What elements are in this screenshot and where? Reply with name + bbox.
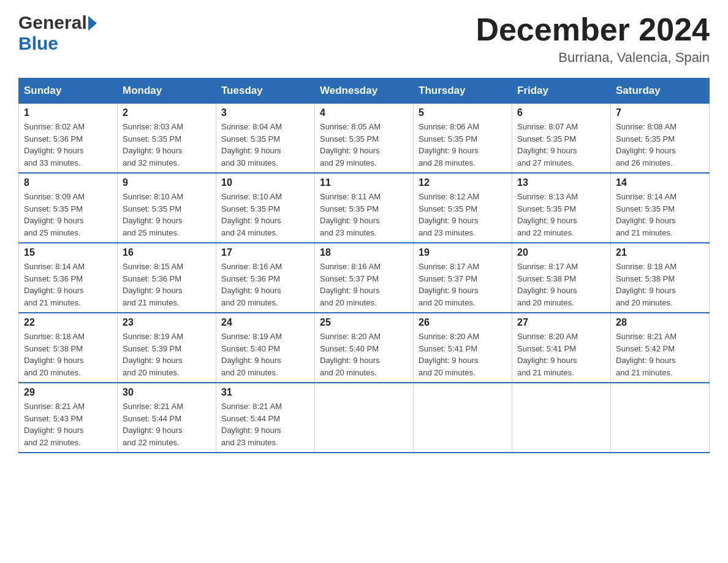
day-number: 5 bbox=[419, 107, 507, 118]
day-info: Sunrise: 8:14 AMSunset: 5:36 PMDaylight:… bbox=[24, 261, 112, 308]
calendar-day-cell: 5Sunrise: 8:06 AMSunset: 5:35 PMDaylight… bbox=[414, 104, 512, 174]
calendar-day-cell: 18Sunrise: 8:16 AMSunset: 5:37 PMDayligh… bbox=[315, 243, 414, 313]
day-number: 10 bbox=[221, 177, 309, 188]
day-info: Sunrise: 8:21 AMSunset: 5:43 PMDaylight:… bbox=[24, 400, 112, 448]
day-info: Sunrise: 8:10 AMSunset: 5:35 PMDaylight:… bbox=[123, 191, 211, 239]
calendar-day-cell: 25Sunrise: 8:20 AMSunset: 5:40 PMDayligh… bbox=[315, 313, 414, 383]
day-number: 15 bbox=[24, 247, 112, 258]
day-number: 27 bbox=[517, 317, 605, 328]
day-info: Sunrise: 8:20 AMSunset: 5:41 PMDaylight:… bbox=[517, 331, 605, 378]
calendar-day-cell: 7Sunrise: 8:08 AMSunset: 5:35 PMDaylight… bbox=[611, 104, 710, 174]
day-info: Sunrise: 8:11 AMSunset: 5:35 PMDaylight:… bbox=[320, 191, 408, 239]
calendar-body: 1Sunrise: 8:02 AMSunset: 5:36 PMDaylight… bbox=[19, 104, 710, 453]
day-info: Sunrise: 8:16 AMSunset: 5:36 PMDaylight:… bbox=[221, 261, 309, 308]
calendar-day-cell bbox=[315, 383, 414, 453]
day-info: Sunrise: 8:18 AMSunset: 5:38 PMDaylight:… bbox=[616, 261, 704, 308]
calendar-day-cell: 2Sunrise: 8:03 AMSunset: 5:35 PMDaylight… bbox=[118, 104, 216, 174]
col-friday: Friday bbox=[512, 79, 611, 104]
day-number: 7 bbox=[616, 107, 704, 118]
day-number: 14 bbox=[616, 177, 704, 188]
day-info: Sunrise: 8:03 AMSunset: 5:35 PMDaylight:… bbox=[123, 121, 211, 169]
day-info: Sunrise: 8:18 AMSunset: 5:38 PMDaylight:… bbox=[24, 331, 112, 378]
col-wednesday: Wednesday bbox=[315, 79, 414, 104]
day-number: 28 bbox=[616, 317, 704, 328]
day-info: Sunrise: 8:13 AMSunset: 5:35 PMDaylight:… bbox=[517, 191, 605, 239]
calendar-week-row: 8Sunrise: 8:09 AMSunset: 5:35 PMDaylight… bbox=[19, 173, 710, 243]
day-number: 8 bbox=[24, 177, 112, 188]
day-info: Sunrise: 8:21 AMSunset: 5:42 PMDaylight:… bbox=[616, 331, 704, 378]
calendar-day-cell: 31Sunrise: 8:21 AMSunset: 5:44 PMDayligh… bbox=[216, 383, 315, 453]
day-number: 25 bbox=[320, 317, 408, 328]
page-header: General Blue December 2024 Burriana, Val… bbox=[18, 12, 710, 66]
day-number: 17 bbox=[221, 247, 309, 258]
day-info: Sunrise: 8:14 AMSunset: 5:35 PMDaylight:… bbox=[616, 191, 704, 239]
day-info: Sunrise: 8:09 AMSunset: 5:35 PMDaylight:… bbox=[24, 191, 112, 239]
calendar-day-cell: 12Sunrise: 8:12 AMSunset: 5:35 PMDayligh… bbox=[414, 173, 512, 243]
calendar-day-cell: 20Sunrise: 8:17 AMSunset: 5:38 PMDayligh… bbox=[512, 243, 611, 313]
day-number: 12 bbox=[419, 177, 507, 188]
col-sunday: Sunday bbox=[19, 79, 118, 104]
calendar-day-cell: 16Sunrise: 8:15 AMSunset: 5:36 PMDayligh… bbox=[118, 243, 216, 313]
day-info: Sunrise: 8:08 AMSunset: 5:35 PMDaylight:… bbox=[616, 121, 704, 169]
day-number: 23 bbox=[123, 317, 211, 328]
header-row: Sunday Monday Tuesday Wednesday Thursday… bbox=[19, 79, 710, 104]
title-section: December 2024 Burriana, Valencia, Spain bbox=[476, 12, 710, 66]
day-info: Sunrise: 8:05 AMSunset: 5:35 PMDaylight:… bbox=[320, 121, 408, 169]
calendar-day-cell: 15Sunrise: 8:14 AMSunset: 5:36 PMDayligh… bbox=[19, 243, 118, 313]
day-number: 22 bbox=[24, 317, 112, 328]
calendar-day-cell: 19Sunrise: 8:17 AMSunset: 5:37 PMDayligh… bbox=[414, 243, 512, 313]
day-info: Sunrise: 8:17 AMSunset: 5:37 PMDaylight:… bbox=[419, 261, 507, 308]
calendar-day-cell: 26Sunrise: 8:20 AMSunset: 5:41 PMDayligh… bbox=[414, 313, 512, 383]
day-info: Sunrise: 8:04 AMSunset: 5:35 PMDaylight:… bbox=[221, 121, 309, 169]
day-info: Sunrise: 8:19 AMSunset: 5:40 PMDaylight:… bbox=[221, 331, 309, 378]
calendar-day-cell: 30Sunrise: 8:21 AMSunset: 5:44 PMDayligh… bbox=[118, 383, 216, 453]
day-info: Sunrise: 8:21 AMSunset: 5:44 PMDaylight:… bbox=[123, 400, 211, 448]
calendar-week-row: 29Sunrise: 8:21 AMSunset: 5:43 PMDayligh… bbox=[19, 383, 710, 453]
calendar-day-cell: 14Sunrise: 8:14 AMSunset: 5:35 PMDayligh… bbox=[611, 173, 710, 243]
day-number: 18 bbox=[320, 247, 408, 258]
calendar-day-cell: 22Sunrise: 8:18 AMSunset: 5:38 PMDayligh… bbox=[19, 313, 118, 383]
calendar-week-row: 22Sunrise: 8:18 AMSunset: 5:38 PMDayligh… bbox=[19, 313, 710, 383]
day-info: Sunrise: 8:20 AMSunset: 5:40 PMDaylight:… bbox=[320, 331, 408, 378]
calendar-header: Sunday Monday Tuesday Wednesday Thursday… bbox=[19, 79, 710, 104]
day-number: 26 bbox=[419, 317, 507, 328]
calendar-day-cell: 6Sunrise: 8:07 AMSunset: 5:35 PMDaylight… bbox=[512, 104, 611, 174]
day-number: 20 bbox=[517, 247, 605, 258]
day-info: Sunrise: 8:07 AMSunset: 5:35 PMDaylight:… bbox=[517, 121, 605, 169]
day-number: 30 bbox=[123, 387, 211, 398]
calendar-day-cell: 28Sunrise: 8:21 AMSunset: 5:42 PMDayligh… bbox=[611, 313, 710, 383]
calendar-day-cell: 17Sunrise: 8:16 AMSunset: 5:36 PMDayligh… bbox=[216, 243, 315, 313]
calendar-table: Sunday Monday Tuesday Wednesday Thursday… bbox=[18, 78, 710, 453]
day-info: Sunrise: 8:17 AMSunset: 5:38 PMDaylight:… bbox=[517, 261, 605, 308]
day-info: Sunrise: 8:06 AMSunset: 5:35 PMDaylight:… bbox=[419, 121, 507, 169]
calendar-day-cell: 8Sunrise: 8:09 AMSunset: 5:35 PMDaylight… bbox=[19, 173, 118, 243]
day-number: 31 bbox=[221, 387, 309, 398]
logo-general-text: General bbox=[18, 12, 87, 33]
col-monday: Monday bbox=[118, 79, 216, 104]
day-number: 29 bbox=[24, 387, 112, 398]
day-number: 24 bbox=[221, 317, 309, 328]
calendar-day-cell: 21Sunrise: 8:18 AMSunset: 5:38 PMDayligh… bbox=[611, 243, 710, 313]
day-number: 1 bbox=[24, 107, 112, 118]
day-number: 19 bbox=[419, 247, 507, 258]
calendar-day-cell bbox=[414, 383, 512, 453]
day-info: Sunrise: 8:21 AMSunset: 5:44 PMDaylight:… bbox=[221, 400, 309, 448]
day-number: 3 bbox=[221, 107, 309, 118]
calendar-day-cell: 1Sunrise: 8:02 AMSunset: 5:36 PMDaylight… bbox=[19, 104, 118, 174]
location-subtitle: Burriana, Valencia, Spain bbox=[476, 50, 710, 66]
day-info: Sunrise: 8:10 AMSunset: 5:35 PMDaylight:… bbox=[221, 191, 309, 239]
day-number: 16 bbox=[123, 247, 211, 258]
day-number: 13 bbox=[517, 177, 605, 188]
calendar-day-cell: 27Sunrise: 8:20 AMSunset: 5:41 PMDayligh… bbox=[512, 313, 611, 383]
day-info: Sunrise: 8:19 AMSunset: 5:39 PMDaylight:… bbox=[123, 331, 211, 378]
col-saturday: Saturday bbox=[611, 79, 710, 104]
day-number: 21 bbox=[616, 247, 704, 258]
logo-arrow-icon bbox=[88, 16, 97, 31]
col-tuesday: Tuesday bbox=[216, 79, 315, 104]
logo-blue-text: Blue bbox=[18, 33, 58, 54]
calendar-day-cell: 29Sunrise: 8:21 AMSunset: 5:43 PMDayligh… bbox=[19, 383, 118, 453]
day-number: 6 bbox=[517, 107, 605, 118]
calendar-day-cell: 4Sunrise: 8:05 AMSunset: 5:35 PMDaylight… bbox=[315, 104, 414, 174]
day-number: 4 bbox=[320, 107, 408, 118]
calendar-week-row: 15Sunrise: 8:14 AMSunset: 5:36 PMDayligh… bbox=[19, 243, 710, 313]
